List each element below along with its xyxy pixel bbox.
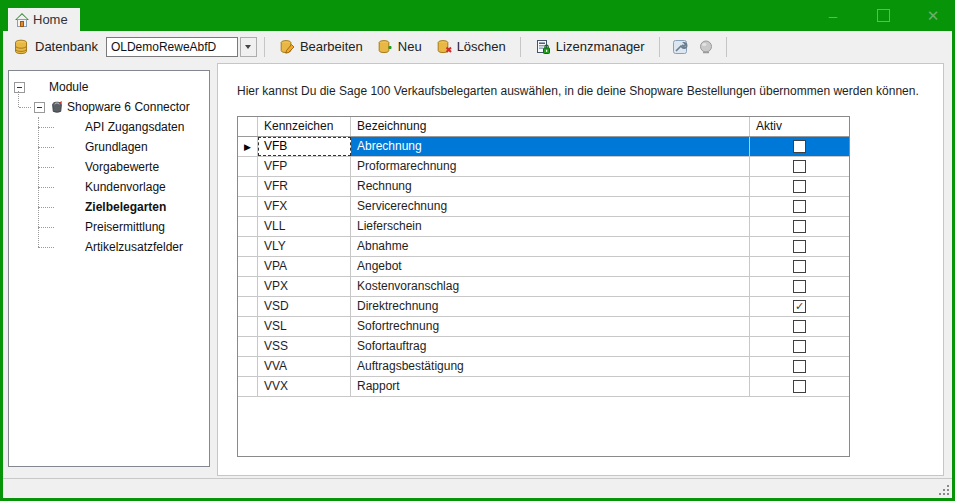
row-selector-cell[interactable] — [238, 157, 258, 176]
collapse-icon[interactable] — [34, 102, 45, 113]
cell-bezeichnung[interactable]: Abnahme — [351, 237, 750, 256]
aktiv-checkbox[interactable] — [793, 260, 806, 273]
cell-bezeichnung[interactable]: Servicerechnung — [351, 197, 750, 216]
row-selector-cell[interactable] — [238, 277, 258, 296]
row-selector-cell[interactable] — [238, 177, 258, 196]
tree-item-artikelzusatzfelder[interactable]: Artikelzusatzfelder — [9, 237, 209, 257]
tree-node-module-label[interactable]: Module — [49, 77, 88, 97]
cell-bezeichnung[interactable]: Auftragsbestätigung — [351, 357, 750, 376]
table-row[interactable]: VSLSofortrechnung — [238, 317, 849, 337]
tree-node-connector[interactable]: Shopware 6 Connector — [9, 97, 209, 117]
tree-item-api-zugangsdaten[interactable]: API Zugangsdaten — [9, 117, 209, 137]
cell-aktiv[interactable] — [750, 197, 849, 216]
cell-aktiv[interactable] — [750, 177, 849, 196]
table-row[interactable]: VFXServicerechnung — [238, 197, 849, 217]
tree-node-module[interactable]: Module — [9, 77, 209, 97]
tree-item-label[interactable]: Vorgabewerte — [85, 157, 159, 177]
cell-aktiv[interactable] — [750, 337, 849, 356]
table-row[interactable]: VPXKostenvoranschlag — [238, 277, 849, 297]
cell-kennzeichen[interactable]: VFP — [258, 157, 351, 176]
row-selector-cell[interactable] — [238, 317, 258, 336]
aktiv-checkbox[interactable] — [793, 220, 806, 233]
tree-item-label[interactable]: Kundenvorlage — [85, 177, 166, 197]
aktiv-checkbox[interactable] — [793, 360, 806, 373]
aktiv-checkbox[interactable] — [793, 140, 806, 153]
aktiv-checkbox[interactable] — [793, 380, 806, 393]
cell-kennzeichen[interactable]: VVX — [258, 377, 351, 396]
minimize-button[interactable]: – — [821, 4, 845, 28]
table-row[interactable]: VFRRechnung — [238, 177, 849, 197]
titlebar[interactable]: Home – ✕ — [0, 0, 955, 31]
cell-bezeichnung[interactable]: Rechnung — [351, 177, 750, 196]
cell-aktiv[interactable] — [750, 357, 849, 376]
table-row[interactable]: VVXRapport — [238, 377, 849, 397]
cell-bezeichnung[interactable]: Rapport — [351, 377, 750, 396]
tree-item-zielbelegarten[interactable]: Zielbelegarten — [9, 197, 209, 217]
tree-item-preisermittlung[interactable]: Preisermittlung — [9, 217, 209, 237]
cell-bezeichnung[interactable]: Direktrechnung — [351, 297, 750, 316]
aktiv-checkbox[interactable] — [793, 180, 806, 193]
tree-item-vorgabewerte[interactable]: Vorgabewerte — [9, 157, 209, 177]
cell-aktiv[interactable] — [750, 157, 849, 176]
tree-item-label[interactable]: Grundlagen — [85, 137, 148, 157]
cell-bezeichnung[interactable]: Kostenvoranschlag — [351, 277, 750, 296]
row-selector-cell[interactable] — [238, 357, 258, 376]
cell-aktiv[interactable] — [750, 217, 849, 236]
tree-node-connector-label[interactable]: Shopware 6 Connector — [67, 97, 190, 117]
tree-item-label[interactable]: Zielbelegarten — [85, 197, 166, 217]
table-row[interactable]: ▶VFBAbrechnung — [238, 137, 849, 157]
help-button[interactable] — [693, 35, 719, 59]
table-row[interactable]: VSSSofortauftrag — [238, 337, 849, 357]
maximize-button[interactable] — [871, 4, 895, 28]
cell-kennzeichen[interactable]: VSD — [258, 297, 351, 316]
row-selector-cell[interactable] — [238, 197, 258, 216]
close-button[interactable]: ✕ — [921, 4, 945, 28]
cell-kennzeichen[interactable]: VPA — [258, 257, 351, 276]
cell-kennzeichen[interactable]: VLY — [258, 237, 351, 256]
datenbank-dropdown-button[interactable] — [240, 37, 257, 57]
row-selector-cell[interactable] — [238, 237, 258, 256]
table-row[interactable]: VSDDirektrechnung✓ — [238, 297, 849, 317]
cell-aktiv[interactable] — [750, 137, 849, 156]
aktiv-checkbox[interactable] — [793, 320, 806, 333]
tree-item-label[interactable]: Artikelzusatzfelder — [85, 237, 183, 257]
cell-bezeichnung[interactable]: Lieferschein — [351, 217, 750, 236]
table-row[interactable]: VLLLieferschein — [238, 217, 849, 237]
cell-bezeichnung[interactable]: Sofortauftrag — [351, 337, 750, 356]
cell-aktiv[interactable] — [750, 237, 849, 256]
tree-item-kundenvorlage[interactable]: Kundenvorlage — [9, 177, 209, 197]
row-selector-cell[interactable]: ▶ — [238, 137, 258, 156]
table-row[interactable]: VLYAbnahme — [238, 237, 849, 257]
column-header-kennzeichen[interactable]: Kennzeichen — [258, 117, 351, 136]
cell-kennzeichen[interactable]: VPX — [258, 277, 351, 296]
aktiv-checkbox[interactable]: ✓ — [793, 300, 806, 313]
neu-button[interactable]: Neu — [370, 35, 429, 59]
collapse-icon[interactable] — [14, 82, 25, 93]
cell-kennzeichen[interactable]: VFX — [258, 197, 351, 216]
cell-aktiv[interactable] — [750, 317, 849, 336]
cell-aktiv[interactable]: ✓ — [750, 297, 849, 316]
resize-grip-icon[interactable] — [938, 484, 949, 495]
row-selector-cell[interactable] — [238, 337, 258, 356]
tree-item-label[interactable]: Preisermittlung — [85, 217, 165, 237]
row-selector-cell[interactable] — [238, 217, 258, 236]
column-header-bezeichnung[interactable]: Bezeichnung — [351, 117, 750, 136]
column-header-aktiv[interactable]: Aktiv — [750, 117, 849, 136]
cell-bezeichnung[interactable]: Proformarechnung — [351, 157, 750, 176]
cell-kennzeichen[interactable]: VFB — [258, 137, 351, 156]
table-row[interactable]: VVAAuftragsbestätigung — [238, 357, 849, 377]
aktiv-checkbox[interactable] — [793, 280, 806, 293]
lizenzmanager-button[interactable]: Lizenzmanager — [528, 35, 652, 59]
aktiv-checkbox[interactable] — [793, 340, 806, 353]
tree-item-label[interactable]: API Zugangsdaten — [85, 117, 184, 137]
loeschen-button[interactable]: Löschen — [429, 35, 513, 59]
table-row[interactable]: VFPProformarechnung — [238, 157, 849, 177]
tab-home[interactable]: Home — [8, 8, 80, 31]
aktiv-checkbox[interactable] — [793, 200, 806, 213]
cell-aktiv[interactable] — [750, 377, 849, 396]
datenbank-input[interactable] — [106, 37, 238, 57]
cell-kennzeichen[interactable]: VVA — [258, 357, 351, 376]
table-row[interactable]: VPAAngebot — [238, 257, 849, 277]
row-selector-cell[interactable] — [238, 257, 258, 276]
cell-bezeichnung[interactable]: Sofortrechnung — [351, 317, 750, 336]
